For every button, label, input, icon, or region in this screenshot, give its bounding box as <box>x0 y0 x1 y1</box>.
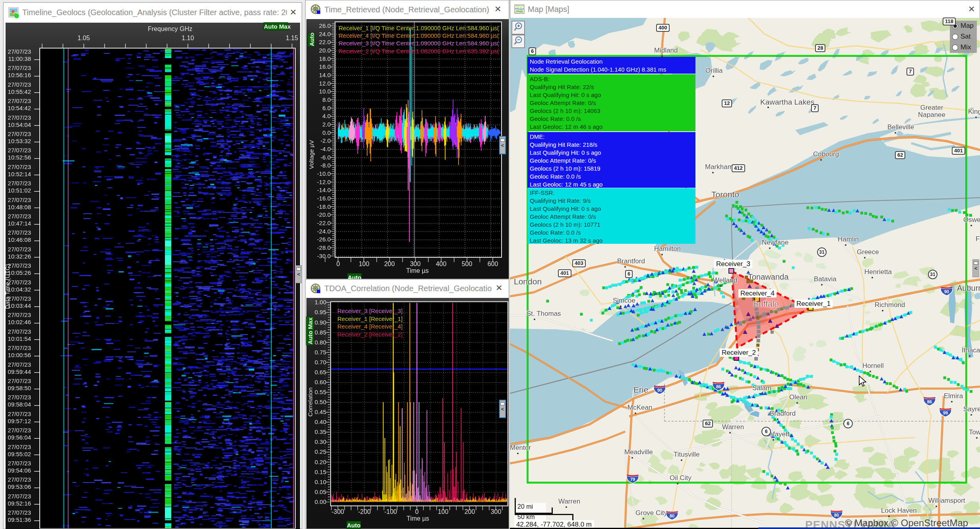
svg-text:99: 99 <box>943 410 948 415</box>
svg-text:80: 80 <box>670 513 674 518</box>
svg-text:80: 80 <box>834 513 839 517</box>
svg-text:86: 86 <box>927 399 932 404</box>
svg-text:86: 86 <box>716 384 721 389</box>
svg-text:90: 90 <box>657 388 662 393</box>
svg-text:90: 90 <box>944 289 949 294</box>
svg-text:79: 79 <box>630 477 635 482</box>
